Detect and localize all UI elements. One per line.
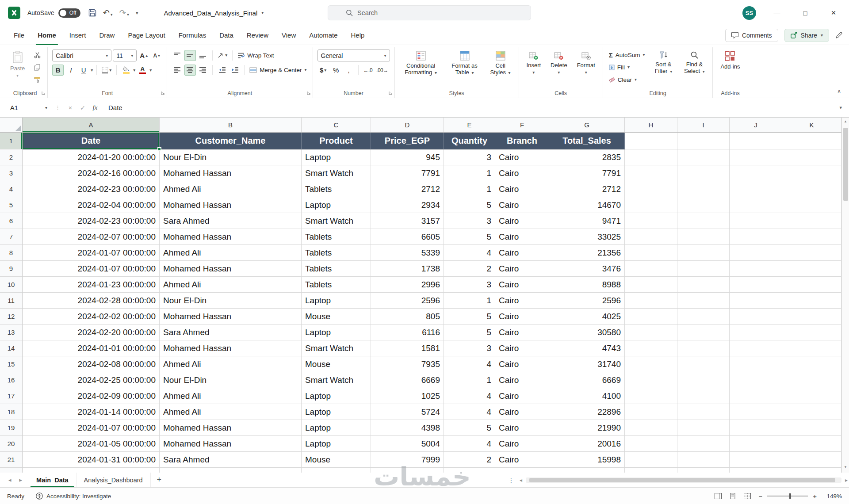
increase-indent-button[interactable] bbox=[229, 65, 241, 76]
grow-font-button[interactable]: A▴ bbox=[138, 50, 149, 61]
font-color-button[interactable]: A bbox=[137, 65, 148, 76]
cell-i12[interactable] bbox=[677, 309, 730, 325]
cell-j11[interactable] bbox=[730, 293, 782, 309]
cell-f10[interactable]: Cairo bbox=[495, 277, 549, 293]
cell-e12[interactable]: 5 bbox=[444, 309, 495, 325]
zoom-level[interactable]: 149% bbox=[824, 493, 842, 500]
undo-button[interactable]: ↶▾ bbox=[103, 9, 113, 17]
insert-function-icon[interactable]: fx bbox=[89, 104, 101, 111]
cell-h5[interactable] bbox=[625, 197, 677, 213]
cell-h2[interactable] bbox=[625, 149, 677, 165]
cell-h16[interactable] bbox=[625, 372, 677, 388]
row-header-19[interactable]: 19 bbox=[0, 420, 23, 436]
format-as-table-button[interactable]: Format as Table ▾ bbox=[446, 49, 483, 76]
cell-d15[interactable]: 7935 bbox=[371, 356, 444, 372]
cell-h20[interactable] bbox=[625, 436, 677, 452]
align-left-button[interactable] bbox=[172, 65, 183, 76]
cell-k15[interactable] bbox=[782, 356, 841, 372]
cell-k21[interactable] bbox=[782, 452, 841, 468]
row-header-3[interactable]: 3 bbox=[0, 165, 23, 181]
cell-b20[interactable]: Mohamed Hassan bbox=[160, 436, 302, 452]
cell-b8[interactable]: Ahmed Ali bbox=[160, 245, 302, 261]
cell-e9[interactable]: 2 bbox=[444, 261, 495, 277]
cell-c8[interactable]: Tablets bbox=[302, 245, 371, 261]
cell-f2[interactable]: Cairo bbox=[495, 149, 549, 165]
cell-h22[interactable] bbox=[625, 468, 677, 473]
cell-e15[interactable]: 4 bbox=[444, 356, 495, 372]
cell-g13[interactable]: 30580 bbox=[549, 325, 625, 340]
row-header-8[interactable]: 8 bbox=[0, 245, 23, 261]
cell-d16[interactable]: 6669 bbox=[371, 372, 444, 388]
customize-qat-icon[interactable]: ▾ bbox=[136, 11, 138, 15]
row-header-22[interactable]: 22 bbox=[0, 468, 23, 473]
page-break-view-icon[interactable] bbox=[744, 493, 751, 499]
cell-e20[interactable]: 4 bbox=[444, 436, 495, 452]
cell-d10[interactable]: 2996 bbox=[371, 277, 444, 293]
cell-i4[interactable] bbox=[677, 181, 730, 197]
cell-i10[interactable] bbox=[677, 277, 730, 293]
cell-f7[interactable]: Cairo bbox=[495, 229, 549, 245]
cell-b12[interactable]: Mohamed Hassan bbox=[160, 309, 302, 325]
merge-center-button[interactable]: Merge & Center ▾ bbox=[248, 64, 308, 76]
cell-j8[interactable] bbox=[730, 245, 782, 261]
row-header-1[interactable]: 1 bbox=[0, 133, 23, 149]
cell-h6[interactable] bbox=[625, 213, 677, 229]
cell-g9[interactable]: 3476 bbox=[549, 261, 625, 277]
cell-d1[interactable]: Price_EGP bbox=[371, 133, 444, 149]
cell-h4[interactable] bbox=[625, 181, 677, 197]
wrap-text-button[interactable]: Wrap Text bbox=[236, 50, 275, 61]
ribbon-tab-draw[interactable]: Draw bbox=[92, 26, 121, 45]
row-header-18[interactable]: 18 bbox=[0, 404, 23, 420]
cell-g7[interactable]: 33025 bbox=[549, 229, 625, 245]
cell-i11[interactable] bbox=[677, 293, 730, 309]
cell-h14[interactable] bbox=[625, 340, 677, 356]
cell-j18[interactable] bbox=[730, 404, 782, 420]
cell-i22[interactable] bbox=[677, 468, 730, 473]
cell-a11[interactable]: 2024-02-28 00:00:00 bbox=[23, 293, 160, 309]
cell-e22[interactable] bbox=[444, 468, 495, 473]
cell-i16[interactable] bbox=[677, 372, 730, 388]
cell-d9[interactable]: 1738 bbox=[371, 261, 444, 277]
borders-button[interactable]: ▾ bbox=[100, 65, 113, 76]
cell-c15[interactable]: Mouse bbox=[302, 356, 371, 372]
cell-c2[interactable]: Laptop bbox=[302, 149, 371, 165]
cell-a16[interactable]: 2024-02-25 00:00:00 bbox=[23, 372, 160, 388]
align-center-button[interactable] bbox=[184, 65, 196, 76]
search-box[interactable] bbox=[328, 5, 531, 20]
cell-d19[interactable]: 4398 bbox=[371, 420, 444, 436]
cell-f16[interactable]: Cairo bbox=[495, 372, 549, 388]
column-header-e[interactable]: E bbox=[444, 118, 495, 132]
cell-a14[interactable]: 2024-01-01 00:00:00 bbox=[23, 340, 160, 356]
cell-h10[interactable] bbox=[625, 277, 677, 293]
row-header-20[interactable]: 20 bbox=[0, 436, 23, 452]
cell-d3[interactable]: 7791 bbox=[371, 165, 444, 181]
cell-g2[interactable]: 2835 bbox=[549, 149, 625, 165]
add-sheet-button[interactable]: + bbox=[151, 473, 168, 487]
cell-b2[interactable]: Nour El-Din bbox=[160, 149, 302, 165]
zoom-in-button[interactable]: + bbox=[813, 493, 817, 500]
cell-f21[interactable]: Cairo bbox=[495, 452, 549, 468]
cell-g12[interactable]: 4025 bbox=[549, 309, 625, 325]
cell-k19[interactable] bbox=[782, 420, 841, 436]
cell-k18[interactable] bbox=[782, 404, 841, 420]
cell-b5[interactable]: Mohamed Hassan bbox=[160, 197, 302, 213]
cell-g16[interactable]: 6669 bbox=[549, 372, 625, 388]
ribbon-tab-home[interactable]: Home bbox=[31, 26, 63, 45]
cell-a18[interactable]: 2024-01-14 00:00:00 bbox=[23, 404, 160, 420]
cell-i9[interactable] bbox=[677, 261, 730, 277]
row-header-21[interactable]: 21 bbox=[0, 452, 23, 468]
column-header-a[interactable]: A bbox=[23, 118, 160, 132]
cell-e11[interactable]: 1 bbox=[444, 293, 495, 309]
row-header-9[interactable]: 9 bbox=[0, 261, 23, 277]
cell-k2[interactable] bbox=[782, 149, 841, 165]
enter-formula-icon[interactable]: ✓ bbox=[76, 104, 89, 111]
row-header-16[interactable]: 16 bbox=[0, 372, 23, 388]
accounting-format-button[interactable]: $▾ bbox=[317, 65, 329, 76]
decrease-decimal-button[interactable]: .00→ bbox=[375, 65, 390, 76]
column-header-f[interactable]: F bbox=[495, 118, 549, 132]
fill-handle[interactable] bbox=[157, 147, 161, 151]
cell-a19[interactable]: 2024-01-07 00:00:00 bbox=[23, 420, 160, 436]
cell-k16[interactable] bbox=[782, 372, 841, 388]
cell-h21[interactable] bbox=[625, 452, 677, 468]
cell-i2[interactable] bbox=[677, 149, 730, 165]
